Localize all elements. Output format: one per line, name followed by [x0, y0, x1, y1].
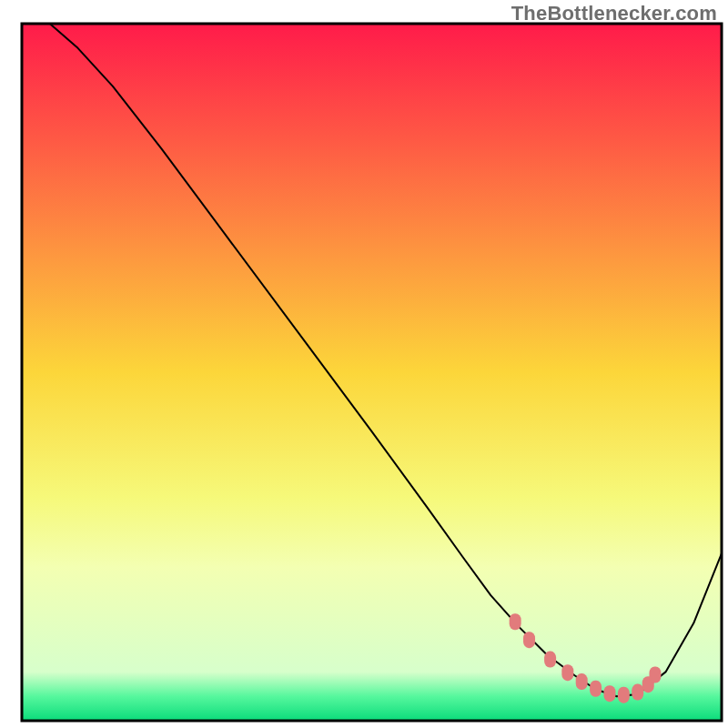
series-highlight-dots-point [603, 685, 615, 702]
series-highlight-dots-point [632, 684, 643, 701]
series-highlight-dots-point [590, 681, 602, 697]
series-highlight-dots-point [544, 652, 556, 668]
series-highlight-dots-point [576, 673, 588, 690]
series-highlight-dots-point [649, 666, 661, 682]
chart-container: TheBottleneсker.com [0, 0, 728, 728]
series-highlight-dots-point [510, 613, 521, 630]
series-highlight-dots-point [618, 687, 630, 703]
series-highlight-dots-point [561, 664, 573, 681]
bottleneck-chart [0, 0, 728, 728]
chart-gradient-bg [22, 24, 722, 721]
series-highlight-dots-point [523, 632, 535, 648]
